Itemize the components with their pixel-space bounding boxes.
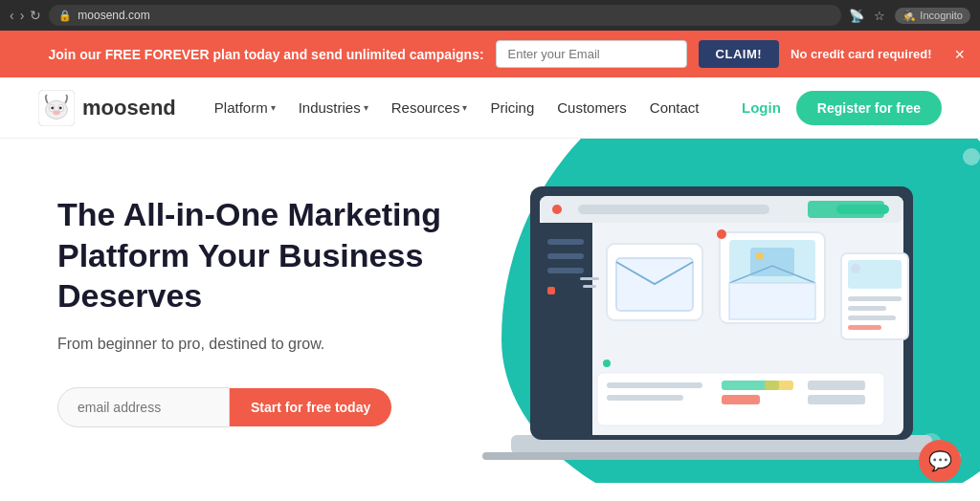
promo-banner: Join our FREE FOREVER plan today and sen… xyxy=(0,31,980,77)
hero-subtitle: From beginner to pro, destined to grow. xyxy=(57,336,447,353)
industries-chevron: ▾ xyxy=(364,102,368,113)
hero-illustration xyxy=(473,139,970,483)
nav-links: Platform ▾ Industries ▾ Resources ▾ Pric… xyxy=(214,99,742,116)
hero-illustration-area xyxy=(444,139,980,483)
nav-actions: Login Register for free xyxy=(742,91,942,125)
svg-point-4 xyxy=(51,106,54,109)
svg-rect-40 xyxy=(722,395,760,404)
svg-point-29 xyxy=(851,264,860,273)
svg-rect-16 xyxy=(547,239,584,245)
banner-claim-button[interactable]: CLAIM! xyxy=(699,40,780,68)
svg-rect-17 xyxy=(547,253,584,259)
back-button[interactable]: ‹ xyxy=(10,8,14,23)
nav-item-pricing[interactable]: Pricing xyxy=(490,99,534,116)
hero-section: The All-in-One Marketing Platform Your B… xyxy=(0,139,980,483)
star-icon[interactable]: ☆ xyxy=(874,9,885,23)
svg-rect-31 xyxy=(848,306,886,311)
logo-text: moosend xyxy=(82,96,176,120)
svg-rect-19 xyxy=(547,287,555,294)
svg-rect-32 xyxy=(848,316,896,320)
platform-chevron: ▾ xyxy=(271,102,276,113)
reload-button[interactable]: ↻ xyxy=(30,8,41,23)
svg-point-25 xyxy=(756,252,764,260)
register-button[interactable]: Register for free xyxy=(796,91,942,125)
browser-nav: ‹ › ↻ xyxy=(10,8,41,23)
nav-item-resources[interactable]: Resources ▾ xyxy=(391,99,468,116)
svg-rect-30 xyxy=(848,296,902,301)
banner-close-button[interactable]: × xyxy=(954,46,965,63)
forward-button[interactable]: › xyxy=(20,8,25,23)
chat-bubble-button[interactable]: 💬 xyxy=(919,440,961,482)
hero-email-input[interactable] xyxy=(57,387,230,427)
svg-rect-44 xyxy=(808,201,884,218)
svg-point-1 xyxy=(46,100,68,119)
banner-email-input[interactable] xyxy=(496,40,687,68)
svg-rect-18 xyxy=(547,268,584,273)
incognito-badge: 🕵 Incognito xyxy=(895,8,970,24)
cast-icon: 📡 xyxy=(849,9,864,23)
logo-icon xyxy=(38,90,75,126)
resources-chevron: ▾ xyxy=(462,102,467,113)
nav-item-customers[interactable]: Customers xyxy=(557,99,627,116)
chat-icon: 💬 xyxy=(928,449,952,472)
svg-rect-42 xyxy=(808,381,865,390)
browser-chrome: ‹ › ↻ 🔒 moosend.com 📡 ☆ 🕵 Incognito xyxy=(0,0,980,31)
svg-rect-37 xyxy=(607,382,702,388)
svg-point-46 xyxy=(603,359,611,367)
url-text: moosend.com xyxy=(78,9,149,22)
svg-point-45 xyxy=(717,229,726,239)
nav-item-contact[interactable]: Contact xyxy=(650,99,700,116)
incognito-icon: 🕵 xyxy=(902,10,916,22)
banner-no-cc-text: No credit card required! xyxy=(791,47,931,61)
logo-link[interactable]: moosend xyxy=(38,90,176,126)
svg-rect-26 xyxy=(729,283,815,319)
svg-rect-8 xyxy=(482,452,961,460)
banner-text: Join our FREE FOREVER plan today and sen… xyxy=(49,47,484,62)
login-button[interactable]: Login xyxy=(742,99,781,116)
hero-cta-button[interactable]: Start for free today xyxy=(230,388,391,426)
svg-rect-35 xyxy=(583,285,596,288)
svg-point-12 xyxy=(552,205,562,214)
svg-rect-13 xyxy=(578,205,769,214)
browser-actions: 📡 ☆ 🕵 Incognito xyxy=(849,8,970,24)
address-bar[interactable]: 🔒 moosend.com xyxy=(49,5,841,26)
svg-rect-33 xyxy=(848,325,881,330)
hero-content: The All-in-One Marketing Platform Your B… xyxy=(57,194,447,427)
svg-point-5 xyxy=(59,106,62,109)
svg-rect-41 xyxy=(765,381,793,390)
navbar: moosend Platform ▾ Industries ▾ Resource… xyxy=(0,77,980,139)
svg-rect-43 xyxy=(808,395,865,404)
nav-item-platform[interactable]: Platform ▾ xyxy=(214,99,276,116)
svg-rect-34 xyxy=(580,277,599,280)
lock-icon: 🔒 xyxy=(58,10,72,22)
nav-item-industries[interactable]: Industries ▾ xyxy=(299,99,368,116)
svg-rect-38 xyxy=(607,395,683,401)
hero-form: Start for free today xyxy=(57,387,447,427)
svg-point-6 xyxy=(53,110,60,115)
hero-title: The All-in-One Marketing Platform Your B… xyxy=(57,194,447,316)
